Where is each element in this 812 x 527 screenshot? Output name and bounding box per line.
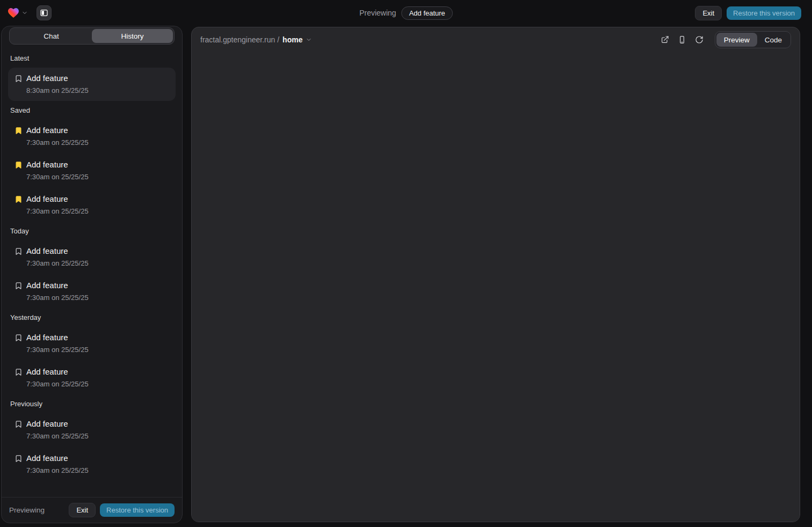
section-label: Today bbox=[10, 227, 173, 235]
history-item-time: 7:30am on 25/25/25 bbox=[26, 345, 169, 355]
history-item[interactable]: Add feature7:30am on 25/25/25 bbox=[8, 361, 176, 394]
history-section: YesterdayAdd feature7:30am on 25/25/25Ad… bbox=[8, 313, 176, 394]
history-item-title: Add feature bbox=[26, 246, 169, 257]
external-link-icon bbox=[661, 35, 669, 44]
history-item-time: 7:30am on 25/25/25 bbox=[26, 259, 169, 268]
history-item-title: Add feature bbox=[26, 194, 169, 204]
history-item-time: 7:30am on 25/25/25 bbox=[26, 172, 169, 182]
url-breadcrumb[interactable]: fractal.gptengineer.run / home bbox=[200, 35, 312, 44]
history-item-time: 7:30am on 25/25/25 bbox=[26, 466, 169, 475]
section-label: Saved bbox=[10, 106, 173, 114]
section-label: Previously bbox=[10, 400, 173, 408]
chevron-down-icon bbox=[21, 10, 28, 16]
refresh-button[interactable] bbox=[691, 32, 707, 48]
restore-version-button[interactable]: Restore this version bbox=[727, 6, 801, 20]
history-item-title: Add feature bbox=[26, 332, 169, 343]
sidebar-panel: Chat History LatestAdd feature8:30am on … bbox=[1, 26, 183, 523]
history-item[interactable]: Add feature7:30am on 25/25/25 bbox=[8, 240, 176, 274]
history-item-time: 7:30am on 25/25/25 bbox=[26, 138, 169, 148]
history-item[interactable]: Add feature7:30am on 25/25/25 bbox=[8, 120, 176, 153]
project-menu-button[interactable] bbox=[6, 6, 29, 19]
history-list: LatestAdd feature8:30am on 25/25/25Saved… bbox=[2, 45, 182, 497]
lovable-heart-logo-icon bbox=[8, 8, 19, 18]
bookmark-outline-icon bbox=[15, 419, 26, 429]
topbar-left bbox=[6, 5, 52, 20]
previewing-label: Previewing bbox=[359, 9, 396, 17]
smartphone-icon bbox=[678, 35, 686, 44]
history-item-title: Add feature bbox=[26, 125, 169, 136]
history-item-title: Add feature bbox=[26, 73, 169, 84]
topbar-right: Exit Restore this version bbox=[695, 6, 801, 20]
exit-button[interactable]: Exit bbox=[695, 6, 722, 20]
bookmark-filled-icon bbox=[15, 125, 26, 136]
panel-left-icon bbox=[40, 9, 48, 17]
bookmark-filled-icon bbox=[15, 194, 26, 204]
bookmark-outline-icon bbox=[15, 280, 26, 291]
tab-preview[interactable]: Preview bbox=[716, 33, 757, 47]
chevron-down-icon bbox=[306, 36, 312, 43]
topbar-center: Previewing Add feature bbox=[359, 6, 453, 20]
history-item[interactable]: Add feature7:30am on 25/25/25 bbox=[8, 413, 176, 447]
url-page: home bbox=[282, 35, 302, 44]
history-section: LatestAdd feature8:30am on 25/25/25 bbox=[8, 54, 176, 101]
history-item-title: Add feature bbox=[26, 280, 169, 291]
history-item-time: 8:30am on 25/25/25 bbox=[26, 86, 169, 96]
bookmark-outline-icon bbox=[15, 73, 26, 84]
history-item[interactable]: Add feature8:30am on 25/25/25 bbox=[8, 68, 176, 101]
bookmark-filled-icon bbox=[15, 159, 26, 170]
tab-history[interactable]: History bbox=[92, 29, 173, 43]
footer-restore-version-button[interactable]: Restore this version bbox=[100, 503, 175, 517]
bookmark-outline-icon bbox=[15, 453, 26, 464]
sidebar-tabs: Chat History bbox=[9, 27, 175, 45]
preview-toolbar: fractal.gptengineer.run / home bbox=[192, 27, 800, 52]
bookmark-outline-icon bbox=[15, 332, 26, 343]
preview-panel: fractal.gptengineer.run / home bbox=[191, 27, 800, 522]
section-label: Yesterday bbox=[10, 313, 173, 321]
sidebar-footer: Previewing Exit Restore this version bbox=[2, 497, 182, 523]
url-prefix: fractal.gptengineer.run / bbox=[200, 35, 279, 44]
section-label: Latest bbox=[10, 54, 173, 62]
history-section: SavedAdd feature7:30am on 25/25/25Add fe… bbox=[8, 106, 176, 222]
history-item[interactable]: Add feature7:30am on 25/25/25 bbox=[8, 188, 176, 222]
footer-exit-button[interactable]: Exit bbox=[69, 503, 96, 517]
open-in-new-tab-button[interactable] bbox=[657, 32, 673, 48]
history-item-title: Add feature bbox=[26, 453, 169, 464]
history-item-title: Add feature bbox=[26, 367, 169, 377]
mobile-view-button[interactable] bbox=[674, 32, 690, 48]
preview-code-tabs: Preview Code bbox=[715, 31, 791, 48]
preview-canvas[interactable] bbox=[192, 52, 800, 522]
footer-previewing-label: Previewing bbox=[9, 506, 45, 514]
history-item-time: 7:30am on 25/25/25 bbox=[26, 431, 169, 441]
bookmark-outline-icon bbox=[15, 367, 26, 377]
refresh-icon bbox=[695, 35, 704, 44]
history-item-time: 7:30am on 25/25/25 bbox=[26, 207, 169, 216]
history-item-title: Add feature bbox=[26, 419, 169, 429]
history-item-time: 7:30am on 25/25/25 bbox=[26, 379, 169, 389]
sidebar-toggle-button[interactable] bbox=[37, 5, 52, 20]
history-item-time: 7:30am on 25/25/25 bbox=[26, 293, 169, 303]
version-pill[interactable]: Add feature bbox=[402, 6, 453, 20]
tab-chat[interactable]: Chat bbox=[11, 29, 92, 43]
history-item[interactable]: Add feature7:30am on 25/25/25 bbox=[8, 448, 176, 481]
history-item[interactable]: Add feature7:30am on 25/25/25 bbox=[8, 327, 176, 360]
history-section: TodayAdd feature7:30am on 25/25/25Add fe… bbox=[8, 227, 176, 308]
history-item[interactable]: Add feature7:30am on 25/25/25 bbox=[8, 154, 176, 187]
history-item-title: Add feature bbox=[26, 159, 169, 170]
history-section: PreviouslyAdd feature7:30am on 25/25/25A… bbox=[8, 400, 176, 481]
topbar: Previewing Add feature Exit Restore this… bbox=[0, 0, 812, 26]
history-item[interactable]: Add feature7:30am on 25/25/25 bbox=[8, 275, 176, 308]
preview-toolbar-right: Preview Code bbox=[657, 31, 791, 48]
tab-code[interactable]: Code bbox=[757, 33, 789, 47]
bookmark-outline-icon bbox=[15, 246, 26, 257]
